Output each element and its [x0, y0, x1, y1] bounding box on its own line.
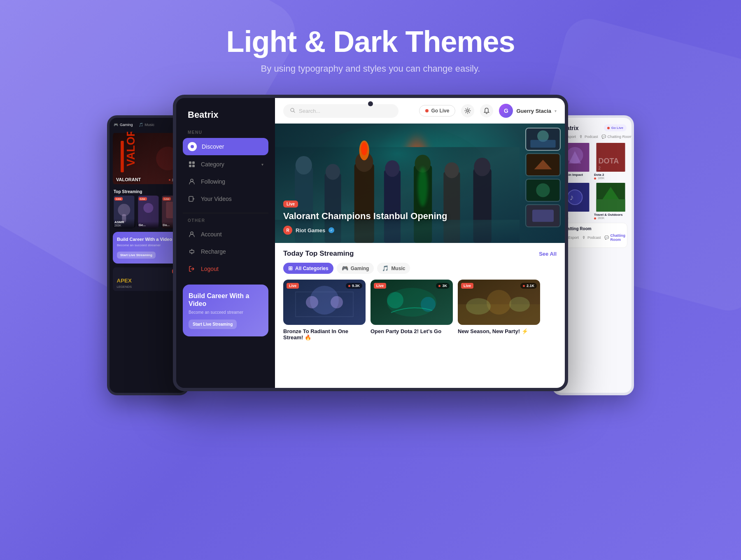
- sidebar-item-category[interactable]: Category ▾: [183, 156, 268, 173]
- bottom-section: Today Top Streaming See All ⊞ All Catego…: [275, 243, 565, 388]
- rp-tab-podcast[interactable]: 🎙 Podcast: [579, 135, 598, 139]
- svg-point-31: [191, 232, 193, 234]
- gaming-icon: 🎮: [342, 265, 348, 271]
- search-icon: [290, 107, 296, 114]
- stream-title-2: Open Party Dota 2! Let's Go: [370, 328, 453, 334]
- career-card: Build Career With a Video Become an succ…: [183, 285, 268, 336]
- svg-point-53: [474, 158, 490, 176]
- see-all-link[interactable]: See All: [539, 251, 557, 257]
- lp-live-2: Live: [139, 197, 147, 201]
- stream-thumb-2: Live 3K: [370, 280, 453, 325]
- thumb-4[interactable]: [525, 204, 561, 227]
- thumb-2[interactable]: [525, 153, 561, 176]
- svg-text:VALORANT: VALORANT: [125, 132, 137, 166]
- stream-thumb-3: Live 2.1K: [458, 280, 540, 325]
- svg-rect-57: [530, 140, 555, 148]
- svg-point-46: [385, 160, 399, 177]
- svg-rect-30: [189, 196, 193, 201]
- cat-tab-all[interactable]: ⊞ All Categories: [283, 263, 333, 274]
- start-streaming-button[interactable]: Start Live Streaming: [189, 320, 237, 329]
- channel-avatar: R: [283, 226, 292, 235]
- category-caret: ▾: [261, 162, 263, 167]
- music-icon: 🎵: [382, 265, 389, 271]
- svg-rect-23: [597, 199, 625, 212]
- tablet-frame: Beatrix MENU Discover: [173, 95, 568, 391]
- hero-subtitle: By using typography and styles you can c…: [0, 63, 741, 74]
- stream-viewers-1: 9.3K: [346, 283, 362, 289]
- stream-card-1[interactable]: Live 9.3K Bronze To Radiant In One Strea…: [283, 280, 366, 341]
- viewer-dot-3: [523, 285, 525, 287]
- stream-title-1: Bronze To Radiant In One Stream! 🔥: [283, 328, 366, 341]
- rp-tab-chatting[interactable]: 💬 Chatting Room: [601, 135, 631, 139]
- topbar: Search... Go Live: [275, 98, 565, 124]
- logout-icon: [188, 265, 196, 273]
- recharge-icon: [188, 247, 196, 256]
- sidebar-item-logout[interactable]: Logout: [183, 261, 268, 277]
- rp-more-game-grid: ♪ Music 283K Travel & Outdoors: [558, 183, 627, 219]
- svg-rect-26: [192, 161, 195, 164]
- svg-text:2: 2: [599, 166, 601, 170]
- hero-banner: Live Valorant Champions Istanbul Opening…: [275, 124, 565, 243]
- rp-go-live-btn[interactable]: Go Live: [604, 124, 627, 131]
- lp-start-streaming-button[interactable]: Start Live Streaming: [117, 252, 156, 259]
- svg-point-29: [191, 179, 193, 182]
- lp-nav-gaming: 🎮Gaming: [114, 123, 133, 127]
- sidebar-item-your-videos[interactable]: Your Videos: [183, 191, 268, 207]
- go-live-button[interactable]: Go Live: [419, 105, 455, 117]
- stream-card-3[interactable]: Live 2.1K New Season, New Party! ⚡: [458, 280, 540, 341]
- thumb-selected[interactable]: [525, 128, 561, 151]
- user-caret-icon: ▾: [555, 109, 557, 113]
- svg-point-38: [296, 156, 312, 175]
- stream-thumb-1: Live 9.3K: [283, 280, 366, 325]
- stream-cards: Live 9.3K Bronze To Radiant In One Strea…: [283, 280, 557, 341]
- rp-game-grid: Genshin Impact 189K DOTA 2 Dota 2: [558, 143, 627, 180]
- svg-rect-27: [189, 165, 191, 167]
- notifications-icon[interactable]: [480, 104, 493, 117]
- app-logo: Beatrix: [183, 110, 268, 130]
- user-profile[interactable]: G Guerry Stacia ▾: [499, 104, 557, 118]
- rp-chat-tab-podcast[interactable]: 🎙 Podcast: [582, 233, 601, 242]
- sidebar-item-following[interactable]: Following: [183, 173, 268, 190]
- section-header: Today Top Streaming See All: [283, 250, 557, 258]
- app-layout: Beatrix MENU Discover: [176, 98, 565, 388]
- sidebar-item-account[interactable]: Account: [183, 226, 268, 243]
- menu-section-label: MENU: [183, 130, 268, 135]
- svg-rect-25: [189, 161, 191, 164]
- stream-live-1: Live: [287, 283, 299, 289]
- cat-tab-gaming[interactable]: 🎮 Gaming: [337, 263, 374, 274]
- lp-nav-music: 🎵Music: [139, 123, 155, 127]
- search-bar[interactable]: Search...: [283, 104, 398, 118]
- stream-card-2[interactable]: Live 3K Open Party Dota 2! Let's Go: [370, 280, 453, 341]
- topbar-right: Go Live: [419, 104, 557, 118]
- rp-chat-section: Chatting Room 🏆 Esport 🎙 Podcast 💬 Chatt…: [558, 223, 627, 248]
- banner-info: Live Valorant Champions Istanbul Opening…: [283, 200, 447, 235]
- rp-chat-tabs: 🏆 Esport 🎙 Podcast 💬 Chatting Room: [562, 233, 624, 242]
- svg-point-8: [143, 203, 153, 213]
- sidebar-item-discover[interactable]: Discover: [183, 138, 268, 155]
- banner-title: Valorant Champions Istanbul Opening: [283, 211, 447, 222]
- svg-point-60: [536, 183, 550, 197]
- lp-game-label: VALORANT: [116, 177, 141, 182]
- main-content: Search... Go Live: [275, 98, 565, 388]
- sidebar-divider: [183, 213, 268, 213]
- sidebar-item-recharge[interactable]: Recharge: [183, 243, 268, 260]
- viewer-dot-1: [348, 285, 350, 287]
- stream-viewers-2: 3K: [436, 283, 450, 289]
- lp-live-asmr: Live: [114, 197, 123, 201]
- cat-tab-music[interactable]: 🎵 Music: [377, 263, 410, 274]
- search-input[interactable]: Search...: [299, 108, 320, 114]
- svg-text:LEGENDS: LEGENDS: [117, 285, 132, 289]
- svg-rect-28: [192, 165, 195, 167]
- live-badge: Live: [283, 201, 298, 208]
- svg-rect-32: [190, 250, 194, 253]
- verified-badge: ✓: [329, 227, 334, 233]
- rp-chat-tab-chatting[interactable]: 💬 Chatting Room: [604, 233, 626, 242]
- stream-live-2: Live: [374, 283, 386, 289]
- lp-scard-info-2: Ge...: [137, 222, 160, 229]
- videos-icon: [188, 195, 196, 203]
- svg-text:APEX: APEX: [117, 278, 132, 284]
- rp-dota2-thumb: DOTA 2: [594, 143, 627, 172]
- settings-icon[interactable]: [461, 104, 474, 117]
- viewer-dot-2: [438, 285, 440, 287]
- thumb-3[interactable]: [525, 179, 561, 202]
